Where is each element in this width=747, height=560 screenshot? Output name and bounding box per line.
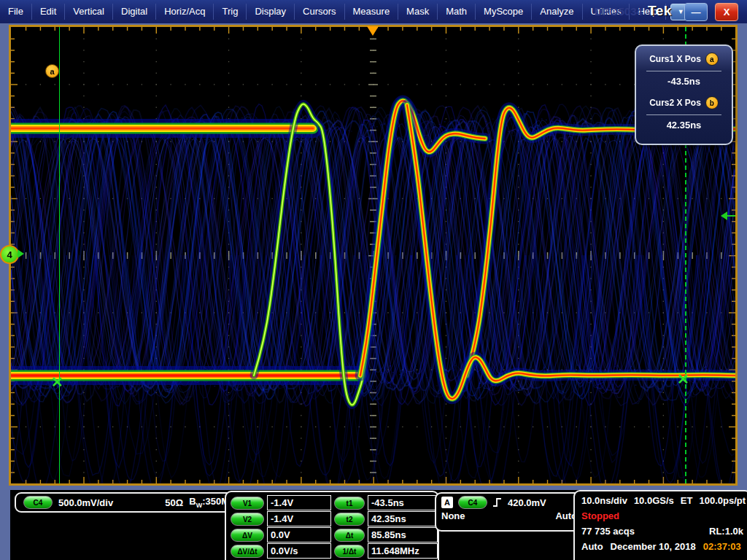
channel-settings-panel[interactable]: C4 500.0mV/div 50Ω BW:350M bbox=[15, 492, 238, 513]
cursor1-readout-label: Curs1 X Pos bbox=[649, 54, 701, 64]
v2-button[interactable]: V2 bbox=[231, 513, 264, 526]
channel4-button[interactable]: C4 bbox=[23, 496, 53, 509]
menu-item-file[interactable]: File bbox=[0, 4, 32, 20]
resolution: 100.0ps/pt bbox=[699, 495, 746, 506]
menu-item-math[interactable]: Math bbox=[438, 4, 476, 20]
menu-bar: File Edit Vertical Digital Horiz/Acq Tri… bbox=[0, 0, 747, 23]
t2-button[interactable]: t2 bbox=[334, 513, 365, 526]
v2-value: -1.4V bbox=[267, 511, 331, 526]
v1-value: -1.4V bbox=[267, 495, 331, 510]
channel-scale: 500.0mV/div bbox=[58, 497, 113, 508]
cursor2-readout-label: Curs2 X Pos bbox=[649, 98, 701, 108]
dv-dt-button[interactable]: ΔV/Δt bbox=[231, 545, 264, 558]
trigger-panel[interactable]: A C4 420.0mV None Auto bbox=[435, 492, 584, 532]
menu-item-trig[interactable]: Trig bbox=[214, 4, 247, 20]
cursor1-readout-badge: a bbox=[705, 52, 719, 66]
dv-dt-value: 0.0V/s bbox=[267, 543, 331, 559]
trigger-bus-badge: A bbox=[441, 497, 453, 508]
timebase-scale: 10.0ns/div bbox=[581, 495, 627, 506]
t2-value: 42.35ns bbox=[368, 511, 438, 526]
readout-divider bbox=[646, 71, 721, 71]
cursor-readout-box[interactable]: Curs1 X Pos a -43.5ns Curs2 X Pos b 42.3… bbox=[635, 44, 733, 145]
readout-divider bbox=[646, 114, 721, 115]
cursor2-readout-badge: b bbox=[705, 96, 719, 109]
channel-bandwidth: BW:350M bbox=[189, 496, 229, 509]
close-button[interactable]: X bbox=[715, 3, 738, 21]
chevron-down-icon: ▼ bbox=[678, 8, 684, 15]
waveform-canvas bbox=[11, 27, 735, 483]
delta-t-value: 85.85ns bbox=[368, 527, 438, 542]
status-bar: C4 500.0mV/div 50Ω BW:350M V1 -1.4V t1 -… bbox=[10, 490, 737, 560]
menu-item-horiz-acq[interactable]: Horiz/Acq bbox=[156, 4, 214, 20]
v1-button[interactable]: V1 bbox=[231, 497, 264, 510]
trigger-mode-status: Auto bbox=[581, 541, 603, 552]
trigger-position-marker[interactable] bbox=[367, 26, 379, 36]
menu-item-edit[interactable]: Edit bbox=[32, 4, 65, 20]
delta-v-value: 0.0V bbox=[267, 527, 331, 542]
minimize-button[interactable]: — bbox=[684, 3, 708, 21]
cursor2-readout-value: 42.35ns bbox=[636, 120, 732, 131]
menu-item-analyze[interactable]: Analyze bbox=[532, 4, 582, 20]
trigger-level: 420.0mV bbox=[508, 497, 546, 508]
delta-v-button[interactable]: ΔV bbox=[231, 529, 264, 542]
cursor1-readout-value: -43.5ns bbox=[636, 76, 732, 87]
cursor1-intersection-marker: ✕ bbox=[51, 375, 63, 389]
channel-impedance: 50Ω bbox=[165, 497, 183, 508]
menu-item-vertical[interactable]: Vertical bbox=[65, 4, 113, 20]
one-over-dt-button[interactable]: 1/Δt bbox=[334, 545, 365, 558]
sample-rate: 10.0GS/s bbox=[634, 495, 674, 506]
acq-mode: ET bbox=[681, 495, 693, 506]
cursor1-vertical-line[interactable] bbox=[59, 27, 60, 483]
time-label: 02:37:03 bbox=[703, 541, 741, 552]
trigger-level-arrow-icon[interactable] bbox=[721, 211, 727, 220]
record-length: RL:1.0k bbox=[709, 526, 743, 537]
date-label: December 10, 2018 bbox=[611, 541, 696, 552]
menu-item-display[interactable]: Display bbox=[247, 4, 295, 20]
one-over-dt-value: 11.648MHz bbox=[368, 543, 438, 559]
t1-button[interactable]: t1 bbox=[334, 497, 365, 510]
scope-graticule: a ✕ ✕ 4 Curs1 X Pos a -43.5ns Curs2 X Po… bbox=[9, 25, 738, 486]
channel4-reference-badge[interactable]: 4 bbox=[0, 245, 19, 264]
run-status: Stopped bbox=[581, 510, 743, 521]
menu-item-cursors[interactable]: Cursors bbox=[295, 4, 345, 20]
cursor-measurements-panel: V1 -1.4V t1 -43.5ns V2 -1.4V t2 42.35ns … bbox=[225, 491, 439, 560]
menu-item-myscope[interactable]: MyScope bbox=[476, 4, 532, 20]
trigger-holdoff: None bbox=[441, 510, 465, 521]
tek-logo: Tek bbox=[648, 3, 672, 19]
t1-value: -43.5ns bbox=[368, 495, 438, 510]
model-label: DPO5034 bbox=[595, 5, 643, 18]
trigger-level-arrow-tail bbox=[727, 215, 735, 217]
cursor1-badge: a bbox=[45, 64, 59, 78]
acquisition-panel[interactable]: 10.0ns/div 10.0GS/s ET 100.0ps/pt Stoppe… bbox=[573, 490, 747, 560]
rising-edge-icon bbox=[492, 497, 503, 508]
acquisition-count: 77 735 acqs bbox=[581, 526, 635, 537]
trigger-source-button[interactable]: C4 bbox=[458, 496, 487, 509]
menu-item-measure[interactable]: Measure bbox=[345, 4, 399, 20]
channel4-position-arrow-icon bbox=[18, 249, 24, 258]
cursor2-intersection-marker: ✕ bbox=[677, 372, 689, 386]
menu-item-digital[interactable]: Digital bbox=[113, 4, 156, 20]
menu-item-mask[interactable]: Mask bbox=[398, 4, 438, 20]
delta-t-button[interactable]: Δt bbox=[334, 529, 365, 542]
